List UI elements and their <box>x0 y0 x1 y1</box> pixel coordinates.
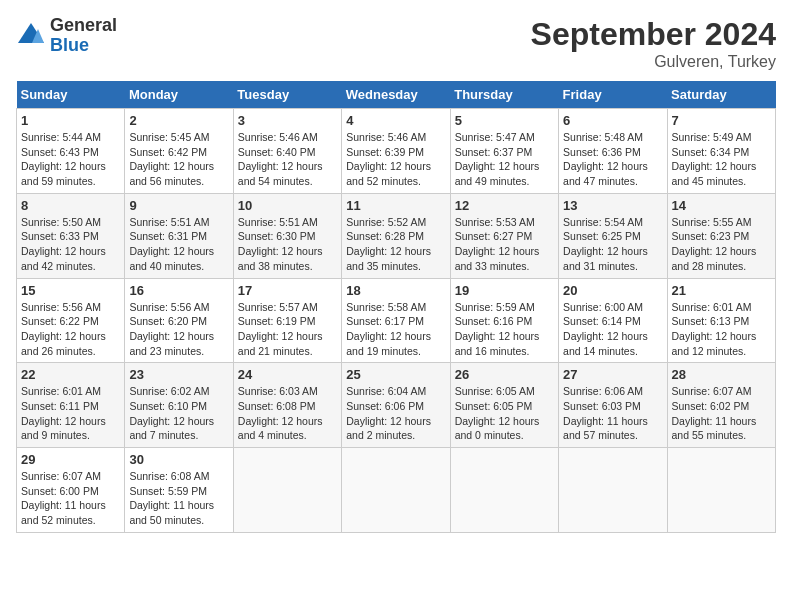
calendar-cell: 8Sunrise: 5:50 AM Sunset: 6:33 PM Daylig… <box>17 193 125 278</box>
weekday-header-friday: Friday <box>559 81 667 109</box>
day-info: Sunrise: 5:47 AM Sunset: 6:37 PM Dayligh… <box>455 130 554 189</box>
day-number: 18 <box>346 283 445 298</box>
logo: General Blue <box>16 16 117 56</box>
calendar-cell: 24Sunrise: 6:03 AM Sunset: 6:08 PM Dayli… <box>233 363 341 448</box>
day-info: Sunrise: 6:05 AM Sunset: 6:05 PM Dayligh… <box>455 384 554 443</box>
day-info: Sunrise: 5:50 AM Sunset: 6:33 PM Dayligh… <box>21 215 120 274</box>
day-number: 28 <box>672 367 771 382</box>
header: General Blue September 2024 Gulveren, Tu… <box>16 16 776 71</box>
day-info: Sunrise: 5:58 AM Sunset: 6:17 PM Dayligh… <box>346 300 445 359</box>
day-number: 23 <box>129 367 228 382</box>
day-number: 9 <box>129 198 228 213</box>
day-number: 10 <box>238 198 337 213</box>
day-info: Sunrise: 5:46 AM Sunset: 6:40 PM Dayligh… <box>238 130 337 189</box>
day-number: 21 <box>672 283 771 298</box>
day-number: 11 <box>346 198 445 213</box>
calendar-cell <box>559 448 667 533</box>
day-info: Sunrise: 6:07 AM Sunset: 6:02 PM Dayligh… <box>672 384 771 443</box>
calendar-cell: 3Sunrise: 5:46 AM Sunset: 6:40 PM Daylig… <box>233 109 341 194</box>
calendar-cell: 30Sunrise: 6:08 AM Sunset: 5:59 PM Dayli… <box>125 448 233 533</box>
day-info: Sunrise: 6:02 AM Sunset: 6:10 PM Dayligh… <box>129 384 228 443</box>
calendar-cell: 15Sunrise: 5:56 AM Sunset: 6:22 PM Dayli… <box>17 278 125 363</box>
calendar-cell <box>342 448 450 533</box>
day-info: Sunrise: 5:57 AM Sunset: 6:19 PM Dayligh… <box>238 300 337 359</box>
weekday-header-monday: Monday <box>125 81 233 109</box>
day-info: Sunrise: 6:01 AM Sunset: 6:13 PM Dayligh… <box>672 300 771 359</box>
day-info: Sunrise: 6:06 AM Sunset: 6:03 PM Dayligh… <box>563 384 662 443</box>
calendar-cell: 25Sunrise: 6:04 AM Sunset: 6:06 PM Dayli… <box>342 363 450 448</box>
day-info: Sunrise: 5:59 AM Sunset: 6:16 PM Dayligh… <box>455 300 554 359</box>
week-row-4: 22Sunrise: 6:01 AM Sunset: 6:11 PM Dayli… <box>17 363 776 448</box>
day-number: 4 <box>346 113 445 128</box>
day-number: 3 <box>238 113 337 128</box>
calendar-cell: 1Sunrise: 5:44 AM Sunset: 6:43 PM Daylig… <box>17 109 125 194</box>
location-title: Gulveren, Turkey <box>531 53 776 71</box>
calendar-cell: 19Sunrise: 5:59 AM Sunset: 6:16 PM Dayli… <box>450 278 558 363</box>
day-info: Sunrise: 5:46 AM Sunset: 6:39 PM Dayligh… <box>346 130 445 189</box>
calendar-cell: 26Sunrise: 6:05 AM Sunset: 6:05 PM Dayli… <box>450 363 558 448</box>
calendar-cell: 22Sunrise: 6:01 AM Sunset: 6:11 PM Dayli… <box>17 363 125 448</box>
calendar-cell: 4Sunrise: 5:46 AM Sunset: 6:39 PM Daylig… <box>342 109 450 194</box>
day-number: 12 <box>455 198 554 213</box>
week-row-1: 1Sunrise: 5:44 AM Sunset: 6:43 PM Daylig… <box>17 109 776 194</box>
day-number: 19 <box>455 283 554 298</box>
week-row-5: 29Sunrise: 6:07 AM Sunset: 6:00 PM Dayli… <box>17 448 776 533</box>
weekday-header-tuesday: Tuesday <box>233 81 341 109</box>
calendar-cell: 28Sunrise: 6:07 AM Sunset: 6:02 PM Dayli… <box>667 363 775 448</box>
day-info: Sunrise: 6:03 AM Sunset: 6:08 PM Dayligh… <box>238 384 337 443</box>
day-info: Sunrise: 5:51 AM Sunset: 6:31 PM Dayligh… <box>129 215 228 274</box>
calendar-cell: 27Sunrise: 6:06 AM Sunset: 6:03 PM Dayli… <box>559 363 667 448</box>
weekday-header-thursday: Thursday <box>450 81 558 109</box>
calendar-cell <box>450 448 558 533</box>
day-number: 27 <box>563 367 662 382</box>
day-info: Sunrise: 5:44 AM Sunset: 6:43 PM Dayligh… <box>21 130 120 189</box>
day-info: Sunrise: 5:53 AM Sunset: 6:27 PM Dayligh… <box>455 215 554 274</box>
day-number: 15 <box>21 283 120 298</box>
calendar-cell: 7Sunrise: 5:49 AM Sunset: 6:34 PM Daylig… <box>667 109 775 194</box>
day-info: Sunrise: 5:56 AM Sunset: 6:20 PM Dayligh… <box>129 300 228 359</box>
logo-general: General <box>50 16 117 36</box>
day-number: 29 <box>21 452 120 467</box>
calendar-cell: 14Sunrise: 5:55 AM Sunset: 6:23 PM Dayli… <box>667 193 775 278</box>
day-info: Sunrise: 5:49 AM Sunset: 6:34 PM Dayligh… <box>672 130 771 189</box>
day-info: Sunrise: 5:45 AM Sunset: 6:42 PM Dayligh… <box>129 130 228 189</box>
calendar-cell: 23Sunrise: 6:02 AM Sunset: 6:10 PM Dayli… <box>125 363 233 448</box>
day-number: 8 <box>21 198 120 213</box>
day-info: Sunrise: 5:51 AM Sunset: 6:30 PM Dayligh… <box>238 215 337 274</box>
calendar-cell: 10Sunrise: 5:51 AM Sunset: 6:30 PM Dayli… <box>233 193 341 278</box>
month-title-area: September 2024 Gulveren, Turkey <box>531 16 776 71</box>
day-info: Sunrise: 6:04 AM Sunset: 6:06 PM Dayligh… <box>346 384 445 443</box>
day-info: Sunrise: 6:08 AM Sunset: 5:59 PM Dayligh… <box>129 469 228 528</box>
day-number: 25 <box>346 367 445 382</box>
day-number: 1 <box>21 113 120 128</box>
logo-icon <box>16 21 46 51</box>
day-number: 13 <box>563 198 662 213</box>
calendar-cell: 12Sunrise: 5:53 AM Sunset: 6:27 PM Dayli… <box>450 193 558 278</box>
week-row-3: 15Sunrise: 5:56 AM Sunset: 6:22 PM Dayli… <box>17 278 776 363</box>
calendar-cell: 20Sunrise: 6:00 AM Sunset: 6:14 PM Dayli… <box>559 278 667 363</box>
day-info: Sunrise: 6:00 AM Sunset: 6:14 PM Dayligh… <box>563 300 662 359</box>
day-number: 30 <box>129 452 228 467</box>
day-info: Sunrise: 5:56 AM Sunset: 6:22 PM Dayligh… <box>21 300 120 359</box>
day-info: Sunrise: 5:54 AM Sunset: 6:25 PM Dayligh… <box>563 215 662 274</box>
day-number: 26 <box>455 367 554 382</box>
logo-text: General Blue <box>50 16 117 56</box>
day-number: 20 <box>563 283 662 298</box>
calendar-cell <box>667 448 775 533</box>
day-number: 17 <box>238 283 337 298</box>
day-number: 2 <box>129 113 228 128</box>
calendar-cell <box>233 448 341 533</box>
logo-blue: Blue <box>50 36 117 56</box>
calendar-cell: 21Sunrise: 6:01 AM Sunset: 6:13 PM Dayli… <box>667 278 775 363</box>
calendar-table: SundayMondayTuesdayWednesdayThursdayFrid… <box>16 81 776 533</box>
day-info: Sunrise: 5:52 AM Sunset: 6:28 PM Dayligh… <box>346 215 445 274</box>
calendar-cell: 16Sunrise: 5:56 AM Sunset: 6:20 PM Dayli… <box>125 278 233 363</box>
day-info: Sunrise: 5:55 AM Sunset: 6:23 PM Dayligh… <box>672 215 771 274</box>
day-number: 16 <box>129 283 228 298</box>
day-number: 6 <box>563 113 662 128</box>
weekday-header-row: SundayMondayTuesdayWednesdayThursdayFrid… <box>17 81 776 109</box>
calendar-cell: 17Sunrise: 5:57 AM Sunset: 6:19 PM Dayli… <box>233 278 341 363</box>
calendar-cell: 6Sunrise: 5:48 AM Sunset: 6:36 PM Daylig… <box>559 109 667 194</box>
calendar-cell: 13Sunrise: 5:54 AM Sunset: 6:25 PM Dayli… <box>559 193 667 278</box>
calendar-cell: 29Sunrise: 6:07 AM Sunset: 6:00 PM Dayli… <box>17 448 125 533</box>
